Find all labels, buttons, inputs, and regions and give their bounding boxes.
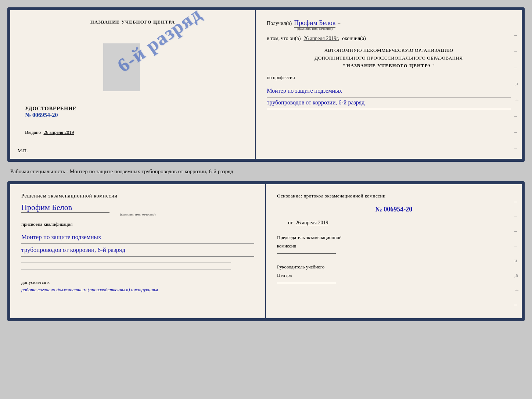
profession-line2: трубопроводов от коррозии, 6-й разряд — [267, 97, 511, 109]
rukovoditel-line1: Руководитель учебного — [277, 263, 511, 271]
bottom-card: Решением экзаменационной комиссии Профим… — [7, 181, 525, 321]
org-line2: ДОПОЛНИТЕЛЬНОГО ПРОФЕССИОНАЛЬНОГО ОБРАЗО… — [267, 54, 511, 62]
kvalif-line1: Монтер по защите подземных — [21, 231, 254, 244]
stamp-text: 6-й разряд — [113, 7, 205, 76]
rukovoditel-line2: Центра — [277, 271, 511, 279]
vtom-label: в том, что он(а) — [267, 36, 301, 42]
kvalif-line2: трубопроводов от коррозии, 6-й разряд — [21, 244, 254, 257]
bottom-name-block: Профим Белов (фамилия, имя, отчество) — [21, 203, 254, 216]
diploma-right: – – – ,а ← – – – – – Получил(а) Профим Б… — [256, 10, 522, 159]
resheniem-label: Решением экзаменационной комиссии — [21, 193, 254, 199]
predsedatel-signature-line — [277, 253, 336, 254]
udost-label: УДОСТОВЕРЕНИЕ — [25, 106, 244, 112]
vydano-line: Выдано 26 апреля 2019 — [21, 129, 244, 135]
po-professii-label: по профессии — [267, 75, 511, 81]
predsedatel-block: Председатель экзаменационной комиссии — [277, 233, 511, 254]
stamp-diagonal: 6-й разряд — [111, 29, 184, 50]
middle-specialty-text: Рабочая специальность - Монтер по защите… — [7, 166, 525, 177]
dopusk-text: работе согласно должностным (производств… — [21, 287, 254, 293]
dopusk-label: допускается к — [21, 279, 254, 285]
osnovanie-label: Основание: протокол экзаменационной коми… — [277, 193, 511, 199]
protocol-number: № 006954-20 — [277, 206, 511, 213]
bottom-recipient-name: Профим Белов — [21, 203, 109, 213]
poluchil-label: Получил(а) — [267, 21, 292, 26]
bottom-right: – – – – и ,а ← – – – – – – – Основание: … — [266, 184, 522, 318]
kvalif-block: Монтер по защите подземных трубопроводов… — [21, 231, 254, 257]
vtom-line: в том, что он(а) 26 апреля 2019г. окончи… — [267, 36, 511, 42]
dopuskaetsya-block: допускается к работе согласно должностны… — [21, 279, 254, 293]
profession-line1: Монтер по защите подземных — [267, 86, 511, 97]
predsedatel-line1: Председатель экзаменационной — [277, 233, 511, 242]
protocol-date: 26 апреля 2019 — [295, 220, 328, 225]
udost-number: № 006954-20 — [25, 112, 244, 118]
vydano-label: Выдано — [25, 129, 41, 135]
vydano-date: 26 апреля 2019 — [44, 129, 74, 135]
udost-block: УДОСТОВЕРЕНИЕ № 006954-20 — [21, 106, 244, 118]
protocol-ot-label: от — [288, 220, 293, 225]
page-wrapper: НАЗВАНИЕ УЧЕБНОГО ЦЕНТРА 6-й разряд УДОС… — [7, 7, 525, 321]
fio-sublabel: (фамилия, имя, отчество) — [294, 27, 335, 31]
right-side-decorative-lines: – – – ,а ← – – – – – — [514, 32, 520, 162]
vtom-date: 26 апреля 2019г. — [303, 36, 339, 42]
diploma-card: НАЗВАНИЕ УЧЕБНОГО ЦЕНТРА 6-й разряд УДОС… — [7, 7, 525, 162]
protocol-date-line: от 26 апреля 2019 — [288, 220, 511, 226]
bottom-right-decorative-lines: – – – – и ,а ← – – – – – – – — [514, 199, 520, 321]
prisvoena-label: присвоена квалификация — [21, 221, 254, 227]
stamp-area: 6-й разряд — [103, 36, 162, 95]
blank-line-1 — [21, 263, 231, 263]
org-quote2: " — [432, 63, 435, 68]
bottom-left: Решением экзаменационной комиссии Профим… — [10, 184, 266, 318]
poluchil-line: Получил(а) Профим Белов (фамилия, имя, о… — [267, 19, 511, 31]
okonchil-label: окончил(а) — [342, 36, 366, 42]
rukovoditel-signature-line — [277, 283, 336, 283]
org-block: АВТОНОМНУЮ НЕКОММЕРЧЕСКУЮ ОРГАНИЗАЦИЮ ДО… — [267, 47, 511, 70]
profession-block: Монтер по защите подземных трубопроводов… — [267, 86, 511, 109]
org-quote1: " — [343, 63, 345, 68]
blank-line-2 — [21, 270, 231, 270]
mp-label: М.П. — [18, 148, 28, 154]
recipient-name: Профим Белов — [294, 19, 335, 28]
org-center-name: НАЗВАНИЕ УЧЕБНОГО ЦЕНТРА — [346, 63, 431, 68]
bottom-fio-label: (фамилия, имя, отчество) — [21, 213, 254, 216]
rukovoditel-block: Руководитель учебного Центра — [277, 263, 511, 283]
diploma-left: НАЗВАНИЕ УЧЕБНОГО ЦЕНТРА 6-й разряд УДОС… — [10, 10, 256, 159]
predsedatel-line2: комиссии — [277, 242, 511, 250]
org-line1: АВТОНОМНУЮ НЕКОММЕРЧЕСКУЮ ОРГАНИЗАЦИЮ — [267, 47, 511, 54]
